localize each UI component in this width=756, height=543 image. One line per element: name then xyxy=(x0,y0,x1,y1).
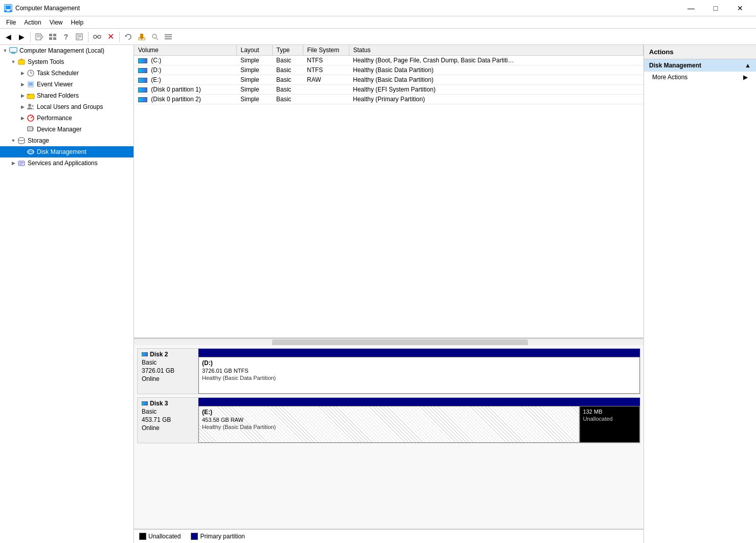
delete-button[interactable]: ✕ xyxy=(104,31,117,43)
tree-root[interactable]: ▼ Computer Management (Local) xyxy=(0,45,134,56)
cell-status: Healthy (Basic Data Partition) xyxy=(349,75,643,85)
volume-table: Volume Layout Type File System Status (C… xyxy=(134,45,643,104)
col-layout[interactable]: Layout xyxy=(236,45,272,56)
system-tools-expand[interactable]: ▼ xyxy=(9,58,17,66)
cell-volume: (Disk 0 partition 2) xyxy=(134,95,236,104)
computer-icon xyxy=(9,47,17,55)
tree-storage[interactable]: ▼ Storage xyxy=(0,135,134,146)
services-expand[interactable]: ▶ xyxy=(9,159,17,167)
svg-rect-25 xyxy=(165,34,172,35)
back-button[interactable]: ◀ xyxy=(2,31,14,43)
cell-status: Healthy (Boot, Page File, Crash Dump, Ba… xyxy=(349,56,643,65)
disk-row: Disk 2 Basic 3726.01 GB Online (D:) 3726… xyxy=(137,348,640,394)
task-scheduler-label: Task Scheduler xyxy=(37,70,79,77)
partition-block[interactable]: (E:) 453.58 GB RAW Healthy (Basic Data P… xyxy=(198,406,580,443)
tree-system-tools[interactable]: ▼ System Tools xyxy=(0,56,134,67)
root-expand[interactable]: ▼ xyxy=(1,47,9,55)
local-users-expand[interactable]: ▶ xyxy=(18,103,27,111)
search-button[interactable] xyxy=(149,31,161,43)
legend-unallocated: Unallocated xyxy=(139,533,181,540)
maximize-button[interactable]: □ xyxy=(704,2,727,14)
actions-more-actions[interactable]: More Actions ▶ xyxy=(644,72,756,83)
col-type[interactable]: Type xyxy=(272,45,303,56)
partition-block[interactable]: 132 MB Unallocated xyxy=(580,406,640,443)
tree-local-users[interactable]: ▶ Local Users and Groups xyxy=(0,101,134,112)
actions-disk-management-section[interactable]: Disk Management ▲ xyxy=(644,59,756,72)
shared-folders-expand[interactable]: ▶ xyxy=(18,92,27,100)
svg-rect-27 xyxy=(165,38,172,39)
svg-rect-42 xyxy=(27,94,30,95)
storage-expand[interactable]: ▼ xyxy=(9,137,17,145)
disk-info: Disk 2 Basic 3726.01 GB Online xyxy=(137,348,198,394)
svg-rect-38 xyxy=(28,81,34,87)
svg-rect-50 xyxy=(29,128,32,130)
cell-layout: Simple xyxy=(236,95,272,104)
tree-performance[interactable]: ▶ Performance xyxy=(0,112,134,124)
cell-layout: Simple xyxy=(236,56,272,65)
table-row[interactable]: (C:) Simple Basic NTFS Healthy (Boot, Pa… xyxy=(134,56,643,65)
menu-file[interactable]: File xyxy=(2,18,20,27)
cell-type: Basic xyxy=(272,95,303,104)
tree-disk-management[interactable]: Disk Management xyxy=(0,146,134,157)
svg-point-44 xyxy=(32,105,34,107)
event-viewer-expand[interactable]: ▶ xyxy=(18,80,27,88)
tree-device-manager[interactable]: Device Manager xyxy=(0,124,134,135)
actions-section-arrow: ▲ xyxy=(745,62,751,69)
menu-help[interactable]: Help xyxy=(67,18,88,27)
volume-table-area[interactable]: Volume Layout Type File System Status (C… xyxy=(134,45,643,338)
svg-point-51 xyxy=(18,138,25,141)
table-row[interactable]: (E:) Simple Basic RAW Healthy (Basic Dat… xyxy=(134,75,643,85)
properties-button[interactable] xyxy=(73,31,85,43)
cell-filesystem xyxy=(303,85,349,95)
minimize-button[interactable]: — xyxy=(679,2,703,14)
table-row[interactable]: (D:) Simple Basic NTFS Healthy (Basic Da… xyxy=(134,65,643,75)
performance-icon xyxy=(27,114,35,122)
toolbar-sep-3 xyxy=(119,32,120,42)
local-users-label: Local Users and Groups xyxy=(37,103,103,110)
partition-size: 132 MB xyxy=(583,409,636,415)
performance-expand[interactable]: ▶ xyxy=(18,114,27,122)
menu-bar: File Action View Help xyxy=(0,16,756,29)
tree-services[interactable]: ▶ Services and Applications xyxy=(0,157,134,169)
disk-name: Disk 3 xyxy=(142,400,194,407)
svg-marker-22 xyxy=(139,37,145,39)
horizontal-scrollbar[interactable] xyxy=(134,338,643,345)
col-status[interactable]: Status xyxy=(349,45,643,56)
table-row[interactable]: (Disk 0 partition 1) Simple Basic Health… xyxy=(134,85,643,95)
tree-task-scheduler[interactable]: ▶ Task Scheduler xyxy=(0,67,134,79)
view-toggle-button[interactable] xyxy=(47,31,59,43)
show-scope-button[interactable] xyxy=(33,31,46,43)
disk-status: Online xyxy=(142,424,194,432)
actions-more-label: More Actions xyxy=(652,74,687,81)
toolbar-sep-1 xyxy=(30,32,31,42)
task-scheduler-expand[interactable]: ▶ xyxy=(18,69,27,77)
col-filesystem[interactable]: File System xyxy=(303,45,349,56)
forward-button[interactable]: ▶ xyxy=(15,31,28,43)
partitions-container: (D:) 3726.01 GB NTFS Healthy (Basic Data… xyxy=(198,357,640,394)
view-list-button[interactable] xyxy=(162,31,174,43)
col-volume[interactable]: Volume xyxy=(134,45,236,56)
svg-rect-9 xyxy=(53,34,56,36)
task-scheduler-icon xyxy=(27,69,35,77)
partition-label: (D:) xyxy=(202,359,636,367)
tree-shared-folders[interactable]: ▶ Shared Folders xyxy=(0,90,134,101)
tree-event-viewer[interactable]: ▶ Event Viewer xyxy=(0,79,134,90)
menu-action[interactable]: Action xyxy=(20,18,45,27)
export-button[interactable] xyxy=(136,31,148,43)
menu-view[interactable]: View xyxy=(46,18,67,27)
disk-header-bar xyxy=(198,349,640,357)
help-button[interactable]: ? xyxy=(60,31,72,43)
actions-more-arrow: ▶ xyxy=(743,74,748,81)
partition-block[interactable]: (D:) 3726.01 GB NTFS Healthy (Basic Data… xyxy=(198,357,640,394)
close-button[interactable]: ✕ xyxy=(728,2,752,14)
app-icon xyxy=(4,4,12,12)
table-row[interactable]: (Disk 0 partition 2) Simple Basic Health… xyxy=(134,95,643,104)
svg-point-43 xyxy=(28,104,31,107)
cell-status: Healthy (Primary Partition) xyxy=(349,95,643,104)
main-container: ▼ Computer Management (Local) ▼ System T… xyxy=(0,45,756,543)
connect-button[interactable] xyxy=(91,31,103,43)
legend-bar: Unallocated Primary partition xyxy=(134,529,643,543)
svg-marker-19 xyxy=(125,35,127,37)
shared-folders-label: Shared Folders xyxy=(37,92,79,99)
refresh-button[interactable] xyxy=(122,31,135,43)
